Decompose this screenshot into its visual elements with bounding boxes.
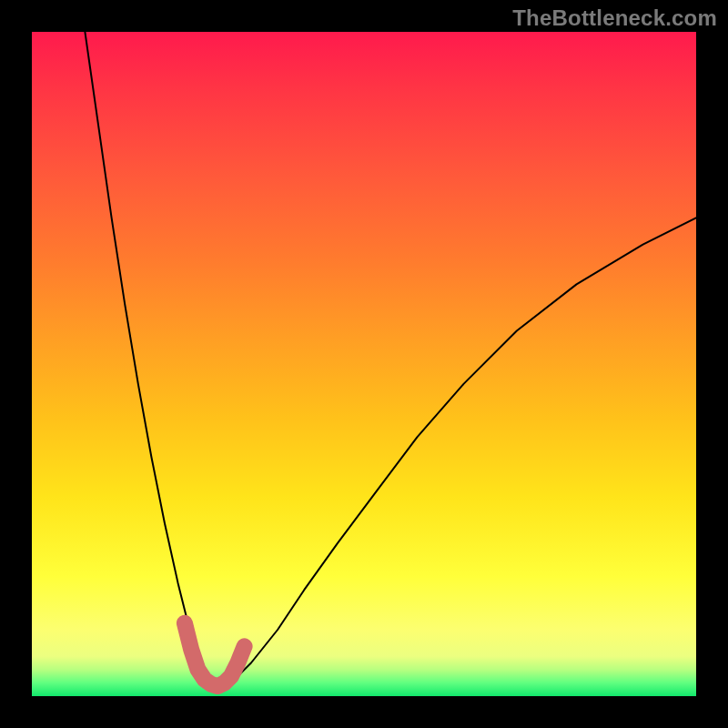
plot-area: [32, 32, 696, 696]
watermark-text: TheBottleneck.com: [512, 5, 717, 31]
chart-frame: TheBottleneck.com: [0, 0, 728, 728]
